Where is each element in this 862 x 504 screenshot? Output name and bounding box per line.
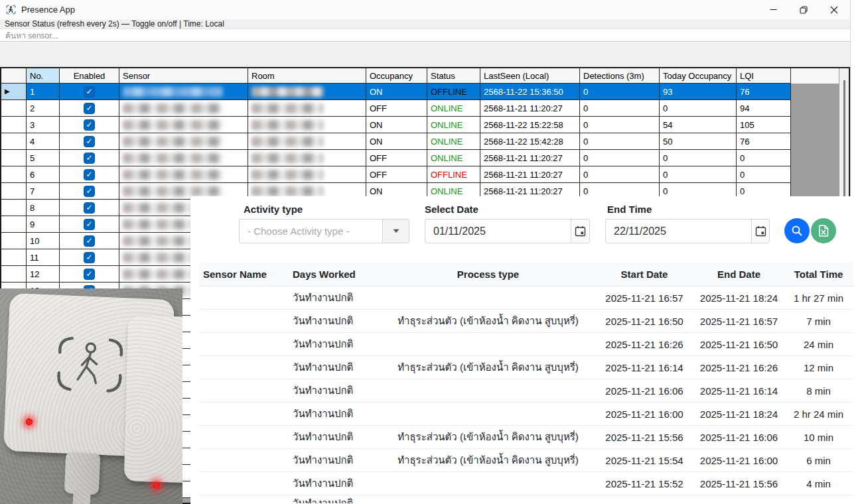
screen: Presence App Sensor Status (refresh ever… (0, 0, 862, 504)
enabled-checkbox[interactable]: ✓ (84, 153, 95, 164)
activity-end-cell: 2025-11-21 16:06 (694, 432, 784, 443)
activity-start-cell: 2025-11-21 15:52 (595, 478, 694, 489)
grid-column-header[interactable]: Today Occupancy (660, 68, 737, 84)
cell-status: ONLINE (427, 100, 480, 117)
grid-column-header[interactable]: Room (248, 68, 366, 84)
activity-row: วันทำงานปกติทำธุระส่วนตัว (เข้าห้องน้ำ ค… (199, 356, 853, 379)
row-selector-cell[interactable] (1, 166, 27, 183)
row-selector-cell[interactable] (1, 233, 27, 249)
enabled-checkbox[interactable]: ✓ (84, 169, 95, 180)
cell-sensor (119, 166, 248, 183)
grid-column-header[interactable]: LQI (737, 68, 791, 84)
activity-days-cell: วันทำงานปกติ (289, 406, 382, 422)
activity-column-header: End Date (694, 269, 784, 280)
dropdown-toggle[interactable] (382, 220, 409, 243)
activity-row: วันทำงานปกติ2025-11-21 16:572025-11-21 1… (199, 286, 853, 310)
activity-row: วันทำงานปกติทำธุระส่วนตัว (เข้าห้องน้ำ ค… (199, 310, 853, 333)
status-led (153, 482, 159, 489)
sensor-grid-row[interactable]: 5✓OFFONLINE2568-11-21 11:20:27000 (1, 150, 849, 166)
activity-end-cell: 2025-11-21 18:24 (694, 292, 784, 304)
status-strip-text: Sensor Status (refresh every 2s) — Toggl… (5, 19, 224, 29)
enabled-checkbox[interactable]: ✓ (84, 136, 95, 147)
row-selector-cell[interactable] (1, 200, 27, 216)
activity-end-cell: 2025-11-21 16:57 (694, 316, 784, 327)
cell-today-occupancy: 54 (660, 117, 737, 133)
enabled-checkbox[interactable]: ✓ (84, 219, 95, 230)
start-date-input[interactable] (425, 220, 571, 243)
grid-column-header[interactable]: Sensor (119, 68, 248, 84)
sensor-search-input[interactable] (0, 30, 850, 42)
redacted-sensor-name (123, 103, 222, 113)
export-excel-button[interactable] (811, 218, 836, 243)
row-selector-cell[interactable] (1, 100, 27, 117)
activity-start-cell: 2025-11-21 16:50 (595, 316, 694, 327)
row-selector-cell[interactable] (1, 249, 27, 266)
enabled-checkbox[interactable]: ✓ (84, 202, 95, 214)
enabled-checkbox[interactable]: ✓ (84, 269, 95, 280)
restore-button[interactable] (788, 0, 819, 19)
cell-no: 9 (27, 216, 60, 233)
activity-table-body: วันทำงานปกติ2025-11-21 16:572025-11-21 1… (199, 286, 853, 503)
search-button[interactable] (784, 218, 810, 243)
enabled-checkbox[interactable]: ✓ (84, 119, 95, 131)
grid-column-header[interactable]: Status (427, 68, 480, 84)
row-selector-cell[interactable] (1, 150, 27, 166)
activity-total-cell: 10 min (784, 432, 853, 443)
enabled-checkbox[interactable]: ✓ (84, 252, 95, 263)
redacted-sensor-name (123, 120, 222, 130)
grid-column-header[interactable]: LastSeen (Local) (480, 68, 580, 84)
row-selector-cell[interactable] (1, 266, 27, 283)
sensor-grid-row[interactable]: 2✓OFFONLINE2568-11-21 11:20:270094 (1, 100, 849, 117)
activity-column-header: Sensor Name (199, 269, 289, 280)
cell-today-occupancy: 0 (660, 150, 737, 166)
end-date-field (605, 219, 770, 243)
grid-column-header[interactable]: Detections (3m) (580, 68, 660, 84)
activity-total-cell: 8 min (784, 385, 853, 397)
activity-row: วันทำงานปกติ2025-11-21 16:062025-11-21 1… (199, 379, 853, 403)
close-button[interactable] (819, 0, 849, 19)
row-selector-cell[interactable] (1, 133, 27, 150)
enabled-checkbox[interactable]: ✓ (84, 86, 95, 97)
sensor-grid-row[interactable]: 3✓ONONLINE2568-11-22 15:22:58054105 (1, 117, 849, 133)
cell-room (248, 84, 366, 100)
row-selector-cell[interactable] (1, 216, 27, 233)
sensor-grid-row[interactable]: ▶1✓ONOFFLINE2568-11-22 15:36:5009376 (1, 84, 849, 100)
grid-column-header[interactable]: No. (27, 68, 60, 84)
end-date-input[interactable] (606, 220, 751, 243)
redacted-sensor-name (123, 170, 222, 180)
grid-column-header[interactable]: Enabled (60, 68, 119, 84)
cell-lqi: 76 (737, 133, 791, 150)
calendar-icon (755, 225, 766, 237)
activity-days-cell: วันทำงานปกติ (289, 429, 382, 445)
sensor-grid-row[interactable]: 4✓ONONLINE2568-11-22 15:42:2805076 (1, 133, 849, 150)
cell-no: 5 (27, 150, 60, 166)
cell-no: 10 (27, 233, 60, 249)
cell-lastseen: 2568-11-21 11:20:27 (480, 150, 580, 166)
cell-detections: 0 (580, 166, 660, 183)
cell-enabled: ✓ (60, 100, 119, 117)
row-selector-cell[interactable]: ▶ (1, 84, 27, 100)
cell-no: 12 (27, 266, 60, 283)
row-selector-cell[interactable] (1, 183, 27, 200)
activity-row: วันทำงานปกติ (199, 495, 853, 503)
grid-column-header[interactable]: Occupancy (366, 68, 427, 84)
cell-room (248, 100, 366, 117)
sensor-grid-row[interactable]: 6✓OFFOFFLINE2568-11-21 11:20:27000 (1, 166, 849, 183)
activity-row: วันทำงานปกติทำธุระส่วนตัว (เข้าห้องน้ำ ค… (199, 449, 853, 472)
end-date-picker-button[interactable] (751, 220, 769, 243)
activity-process-cell: ทำธุระส่วนตัว (เข้าห้องน้ำ คิดงาน สูบบุห… (382, 313, 595, 329)
activity-row: วันทำงานปกติทำธุระส่วนตัว (เข้าห้องน้ำ ค… (199, 426, 853, 449)
minimize-button[interactable] (758, 0, 788, 19)
enabled-checkbox[interactable]: ✓ (84, 186, 95, 197)
cell-occupancy: OFF (366, 100, 427, 117)
cell-lastseen: 2568-11-21 11:20:27 (480, 166, 580, 183)
enabled-checkbox[interactable]: ✓ (84, 235, 95, 247)
redacted-room-name (251, 153, 323, 163)
row-selector-cell[interactable] (1, 117, 27, 133)
cell-occupancy: ON (366, 133, 427, 150)
enabled-checkbox[interactable]: ✓ (84, 103, 95, 114)
activity-start-cell: 2025-11-21 16:57 (595, 292, 694, 304)
activity-end-cell: 2025-11-21 15:56 (694, 478, 784, 489)
start-date-picker-button[interactable] (571, 220, 589, 243)
activity-type-dropdown[interactable]: - Choose Activity type - (239, 219, 409, 243)
